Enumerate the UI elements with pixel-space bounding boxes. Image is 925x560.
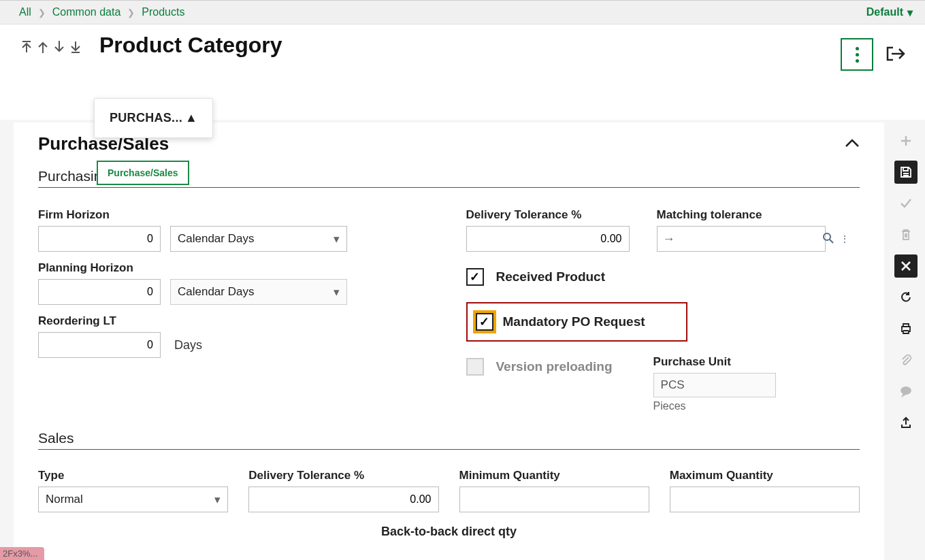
actions-menu-button[interactable] (841, 38, 873, 71)
title-bar: Product Category PURCHAS... ▲ Purchase/S… (0, 24, 925, 120)
sales-type-select[interactable]: Normal ▾ (38, 487, 228, 512)
delivery-tolerance-label: Delivery Tolerance % (466, 208, 630, 222)
tab-tooltip: Purchase/Sales (97, 161, 189, 185)
delivery-tolerance-input[interactable] (466, 226, 630, 252)
refresh-button[interactable] (894, 286, 918, 309)
goto-icon[interactable]: → (663, 232, 675, 246)
purchasing-form: Firm Horizon Calendar Days ▾ Planning Ho… (38, 199, 860, 412)
planning-horizon-unit-select[interactable]: Calendar Days ▾ (170, 279, 347, 305)
attach-button[interactable] (894, 348, 918, 372)
main-content: Purchase/Sales Purchasing Firm Horizon C… (14, 122, 884, 560)
firm-horizon-unit-select[interactable]: Calendar Days ▾ (170, 226, 347, 252)
caret-down-icon: ▾ (907, 6, 913, 19)
purchase-unit-input[interactable] (653, 373, 776, 397)
add-button[interactable] (894, 129, 918, 152)
nav-first-button[interactable] (19, 38, 34, 58)
view-selector-label: Default (866, 6, 903, 18)
mandatory-po-checkbox[interactable] (476, 313, 493, 331)
breadcrumb-sep: ❯ (127, 7, 135, 18)
matching-tolerance-lookup[interactable]: → ⋮ (657, 226, 826, 252)
planning-horizon-label: Planning Horizon (38, 261, 432, 275)
sales-form: Type Normal ▾ Delivery Tolerance % Minim… (38, 459, 860, 512)
version-preloading-label: Version preloading (496, 359, 613, 374)
delete-button[interactable] (894, 223, 918, 246)
search-icon[interactable] (822, 232, 834, 246)
tab-purchase-sales[interactable]: PURCHAS... ▲ (94, 98, 213, 138)
sales-type-label: Type (38, 469, 228, 482)
nav-last-button[interactable] (68, 38, 83, 58)
sales-delivery-tol-input[interactable] (248, 487, 438, 512)
breadcrumb: All ❯ Common data ❯ Products (19, 6, 184, 18)
more-icon[interactable]: ⋮ (840, 233, 849, 244)
planning-horizon-input[interactable] (38, 279, 161, 305)
comment-button[interactable] (894, 380, 918, 403)
sales-min-qty-input[interactable] (459, 487, 649, 512)
firm-horizon-label: Firm Horizon (38, 208, 432, 222)
reordering-lt-unit: Days (174, 338, 202, 352)
mandatory-po-highlight: Mandatory PO Request (466, 302, 687, 342)
save-button[interactable] (894, 161, 918, 184)
collapse-section-button[interactable] (845, 136, 860, 152)
caret-down-icon: ▾ (214, 493, 221, 507)
nav-prev-button[interactable] (35, 38, 50, 58)
caret-down-icon: ▾ (334, 232, 340, 246)
sales-delivery-tol-label: Delivery Tolerance % (248, 469, 438, 482)
received-product-label: Received Product (496, 269, 606, 284)
breadcrumb-products[interactable]: Products (142, 6, 184, 18)
received-product-row: Received Product (466, 268, 860, 286)
svg-point-1 (901, 387, 911, 394)
select-value: Normal (46, 493, 83, 506)
sales-subtitle: Sales (38, 430, 860, 450)
print-button[interactable] (894, 317, 918, 340)
page-title: Product Category (99, 33, 282, 58)
kebab-icon (856, 47, 859, 63)
firm-horizon-input[interactable] (38, 226, 161, 252)
caret-down-icon: ▾ (334, 285, 340, 299)
cancel-button[interactable] (894, 254, 918, 278)
select-value: Calendar Days (178, 285, 254, 299)
received-product-checkbox[interactable] (466, 268, 484, 286)
status-tag: 2Fx3%... (0, 547, 44, 560)
sales-max-qty-input[interactable] (670, 487, 860, 512)
mandatory-po-label: Mandatory PO Request (503, 314, 645, 329)
right-toolbar (892, 129, 920, 434)
breadcrumb-all[interactable]: All (19, 6, 31, 18)
exit-button[interactable] (886, 45, 906, 65)
back-to-back-label: Back-to-back direct qty (38, 525, 860, 539)
reordering-lt-input[interactable] (38, 332, 161, 358)
version-preloading-checkbox (466, 358, 484, 376)
export-button[interactable] (894, 411, 918, 434)
confirm-button[interactable] (894, 192, 918, 215)
breadcrumb-common-data[interactable]: Common data (52, 6, 121, 18)
caret-up-icon: ▲ (185, 111, 197, 125)
select-value: Calendar Days (178, 232, 254, 246)
svg-point-0 (824, 233, 830, 240)
matching-tolerance-label: Matching tolerance (657, 208, 826, 222)
matching-tolerance-input[interactable] (681, 233, 817, 245)
view-selector[interactable]: Default ▾ (866, 6, 913, 19)
sales-max-qty-label: Maximum Quantity (670, 469, 860, 482)
version-preloading-row: Version preloading (466, 358, 613, 376)
reordering-lt-label: Reordering LT (38, 314, 432, 328)
nav-arrows (19, 38, 83, 58)
breadcrumb-bar: All ❯ Common data ❯ Products Default ▾ (0, 0, 925, 24)
nav-next-button[interactable] (52, 38, 67, 58)
sales-min-qty-label: Minimum Quantity (459, 469, 649, 482)
breadcrumb-sep: ❯ (38, 7, 46, 18)
purchase-unit-label: Purchase Unit (653, 355, 776, 369)
purchase-unit-desc: Pieces (653, 400, 776, 412)
tab-label: PURCHAS... (110, 111, 182, 125)
